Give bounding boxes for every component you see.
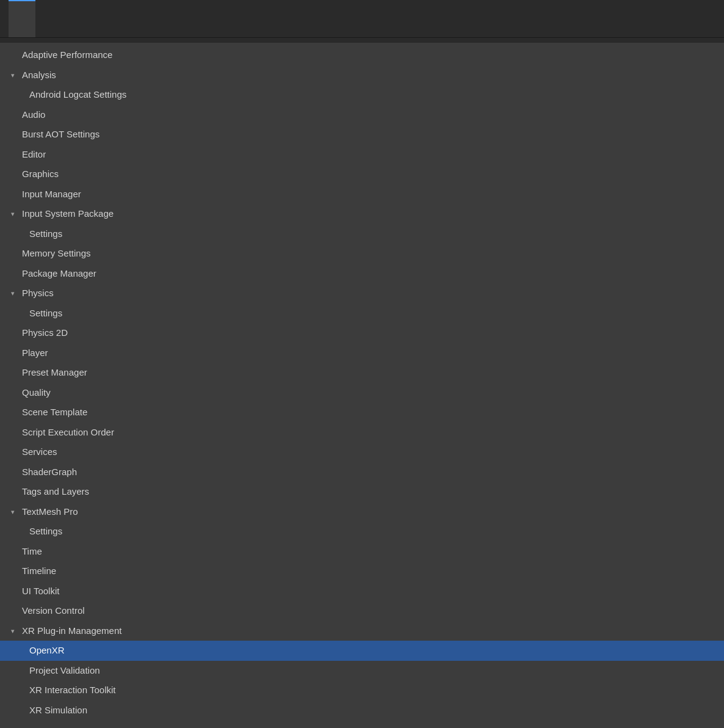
sidebar-item-label-android-logcat-settings: Android Logcat Settings xyxy=(29,88,126,102)
chevron-down-icon: ▾ xyxy=(11,288,18,299)
sidebar-item-label-input-system-package: Input System Package xyxy=(22,207,114,221)
sidebar-item-label-burst-aot-settings: Burst AOT Settings xyxy=(22,128,100,142)
sidebar-item-label-xr-simulation: XR Simulation xyxy=(29,704,87,718)
sidebar-item-textmesh-pro[interactable]: ▾TextMesh Pro xyxy=(0,502,724,522)
project-settings-tab[interactable] xyxy=(9,0,35,37)
chevron-down-icon: ▾ xyxy=(11,507,18,517)
sidebar-item-xr-plugin-management[interactable]: ▾XR Plug-in Management xyxy=(0,621,724,641)
sidebar-item-scene-template[interactable]: Scene Template xyxy=(0,402,724,423)
sidebar-item-label-script-execution-order: Script Execution Order xyxy=(22,426,114,440)
sidebar-item-input-manager[interactable]: Input Manager xyxy=(0,184,724,205)
sidebar-item-label-services: Services xyxy=(22,445,57,459)
sidebar-item-label-time: Time xyxy=(22,545,42,559)
sidebar-item-physics[interactable]: ▾Physics xyxy=(0,283,724,304)
sidebar-item-label-editor: Editor xyxy=(22,148,46,162)
sidebar-item-xr-interaction-toolkit[interactable]: XR Interaction Toolkit xyxy=(0,680,724,701)
divider xyxy=(0,38,724,43)
sidebar-item-label-memory-settings: Memory Settings xyxy=(22,247,91,261)
sidebar-item-label-physics-settings: Settings xyxy=(29,307,62,321)
sidebar-item-label-xr-interaction-toolkit: XR Interaction Toolkit xyxy=(29,683,115,697)
sidebar-item-tags-and-layers[interactable]: Tags and Layers xyxy=(0,482,724,502)
chevron-down-icon: ▾ xyxy=(11,70,18,81)
sidebar-item-services[interactable]: Services xyxy=(0,442,724,462)
sidebar-item-label-openxr: OpenXR xyxy=(29,644,65,658)
sidebar-item-label-textmesh-pro: TextMesh Pro xyxy=(22,505,78,519)
sidebar-item-ui-toolkit[interactable]: UI Toolkit xyxy=(0,581,724,602)
sidebar-item-audio[interactable]: Audio xyxy=(0,105,724,125)
sidebar-item-label-ui-toolkit: UI Toolkit xyxy=(22,584,59,599)
sidebar-item-version-control[interactable]: Version Control xyxy=(0,601,724,621)
chevron-down-icon: ▾ xyxy=(11,209,18,219)
sidebar-item-label-preset-manager: Preset Manager xyxy=(22,366,87,380)
sidebar-item-analysis[interactable]: ▾Analysis xyxy=(0,65,724,86)
sidebar-item-label-project-validation: Project Validation xyxy=(29,664,100,678)
sidebar-item-label-analysis: Analysis xyxy=(22,68,56,82)
sidebar-item-preset-manager[interactable]: Preset Manager xyxy=(0,363,724,383)
sidebar-item-label-timeline: Timeline xyxy=(22,564,56,578)
sidebar-item-time[interactable]: Time xyxy=(0,542,724,562)
sidebar-item-openxr[interactable]: OpenXR xyxy=(0,641,724,661)
sidebar-item-label-graphics: Graphics xyxy=(22,167,59,181)
sidebar-item-graphics[interactable]: Graphics xyxy=(0,164,724,184)
sidebar: Adaptive Performance▾AnalysisAndroid Log… xyxy=(0,43,724,723)
sidebar-item-player[interactable]: Player xyxy=(0,343,724,363)
sidebar-item-quality[interactable]: Quality xyxy=(0,383,724,403)
sidebar-item-burst-aot-settings[interactable]: Burst AOT Settings xyxy=(0,125,724,145)
sidebar-item-label-textmesh-pro-settings: Settings xyxy=(29,525,62,539)
sidebar-item-package-manager[interactable]: Package Manager xyxy=(0,264,724,284)
sidebar-item-label-tags-and-layers: Tags and Layers xyxy=(22,485,89,499)
sidebar-item-label-audio: Audio xyxy=(22,108,45,122)
sidebar-item-memory-settings[interactable]: Memory Settings xyxy=(0,244,724,264)
sidebar-item-input-system-settings[interactable]: Settings xyxy=(0,224,724,244)
sidebar-item-input-system-package[interactable]: ▾Input System Package xyxy=(0,204,724,224)
chevron-down-icon: ▾ xyxy=(11,626,18,636)
sidebar-item-physics-settings[interactable]: Settings xyxy=(0,304,724,324)
sidebar-item-adaptive-performance[interactable]: Adaptive Performance xyxy=(0,45,724,65)
sidebar-item-textmesh-pro-settings[interactable]: Settings xyxy=(0,522,724,542)
sidebar-item-xr-simulation[interactable]: XR Simulation xyxy=(0,701,724,721)
sidebar-item-label-physics: Physics xyxy=(22,286,54,300)
sidebar-item-editor[interactable]: Editor xyxy=(0,145,724,165)
sidebar-item-label-scene-template: Scene Template xyxy=(22,406,87,420)
sidebar-item-label-input-system-settings: Settings xyxy=(29,227,62,241)
sidebar-item-label-adaptive-performance: Adaptive Performance xyxy=(22,48,112,62)
sidebar-item-timeline[interactable]: Timeline xyxy=(0,561,724,581)
sidebar-item-physics-2d[interactable]: Physics 2D xyxy=(0,323,724,343)
sidebar-item-label-physics-2d: Physics 2D xyxy=(22,326,68,340)
sidebar-item-label-package-manager: Package Manager xyxy=(22,267,96,281)
sidebar-item-shader-graph[interactable]: ShaderGraph xyxy=(0,462,724,482)
sidebar-item-label-quality: Quality xyxy=(22,386,51,400)
sidebar-item-label-input-manager: Input Manager xyxy=(22,187,81,202)
sidebar-item-label-shader-graph: ShaderGraph xyxy=(22,465,77,479)
sidebar-item-script-execution-order[interactable]: Script Execution Order xyxy=(0,423,724,443)
sidebar-item-label-version-control: Version Control xyxy=(22,604,85,618)
sidebar-item-label-xr-plugin-management: XR Plug-in Management xyxy=(22,624,121,638)
title-bar xyxy=(0,0,724,38)
sidebar-item-label-player: Player xyxy=(22,346,48,360)
sidebar-item-project-validation[interactable]: Project Validation xyxy=(0,661,724,681)
sidebar-item-android-logcat-settings[interactable]: Android Logcat Settings xyxy=(0,85,724,105)
